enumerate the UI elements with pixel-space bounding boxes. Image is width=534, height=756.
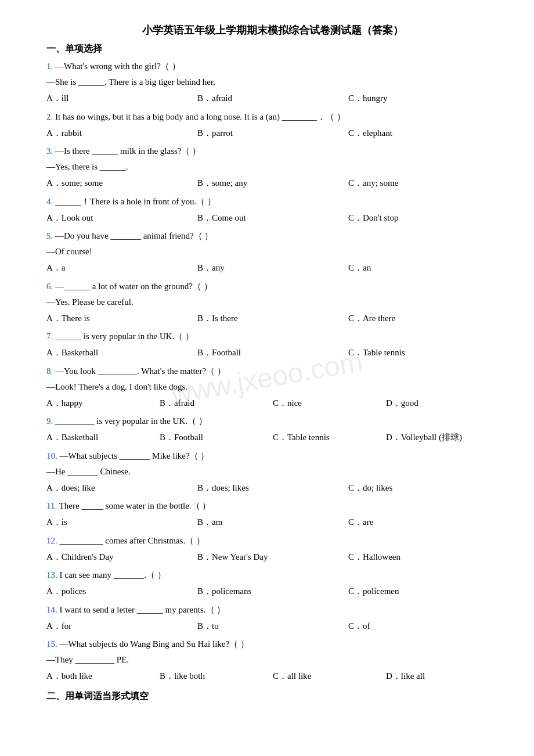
q5-line2: —Of course! <box>46 247 92 256</box>
q2-optA: A．rabbit <box>46 125 197 142</box>
q15-num: 15. <box>46 639 57 649</box>
q4-optC: C．Don't stop <box>348 210 499 226</box>
q11-line1: There _____ some water in the bottle.（ ） <box>59 501 211 510</box>
q8-optB: B．afraid <box>160 395 273 412</box>
question-3: 3. —Is there ______ milk in the glass?（ … <box>46 143 499 192</box>
question-12: 12. __________ comes after Christmas.（ ）… <box>46 533 499 566</box>
q7-line1: ______ is very popular in the UK.（ ） <box>55 332 194 341</box>
q14-num: 14. <box>46 605 57 614</box>
q9-line1: _________ is very popular in the UK.（ ） <box>55 416 207 426</box>
q14-optB: B．to <box>197 618 348 635</box>
section1-title: 一、单项选择 <box>46 43 499 55</box>
question-4: 4. ______！There is a hole in front of yo… <box>46 194 499 226</box>
q6-line1: —______ a lot of water on the ground?（ ） <box>55 282 212 291</box>
q7-num: 7. <box>46 332 53 341</box>
q12-optB: B．New Year's Day <box>197 549 348 566</box>
q3-line2: —Yes, there is ______. <box>46 162 128 171</box>
q10-optC: C．do; likes <box>348 480 499 496</box>
question-14: 14. I want to send a letter ______ my pa… <box>46 602 499 635</box>
q14-line1: I want to send a letter ______ my parent… <box>60 605 226 614</box>
q5-line1: —Do you have _______ animal friend?（ ） <box>55 231 213 240</box>
q6-optC: C．Are there <box>348 310 499 327</box>
q11-optA: A．is <box>46 514 197 531</box>
q3-optA: A．some; some <box>46 175 197 192</box>
question-6: 6. —______ a lot of water on the ground?… <box>46 279 499 327</box>
q6-optB: B．Is there <box>197 310 348 327</box>
q15-optC: C．all like <box>273 668 386 685</box>
q13-optB: B．policemans <box>197 583 348 600</box>
q2-optB: B．parrot <box>197 125 348 142</box>
q13-optC: C．policemen <box>348 583 499 600</box>
question-10: 10. —What subjects _______ Mike like?（ ）… <box>46 448 499 496</box>
q1-optC: C．hungry <box>348 90 499 107</box>
q10-optA: A．does; like <box>46 480 197 496</box>
q10-line1: —What subjects _______ Mike like?（ ） <box>60 451 210 460</box>
q11-optB: B．am <box>197 514 348 531</box>
question-11: 11. There _____ some water in the bottle… <box>46 498 499 531</box>
q13-num: 13. <box>46 570 57 579</box>
q8-line2: —Look! There's a dog. I don't like dogs. <box>46 382 187 391</box>
q3-optB: B．some; any <box>197 175 348 192</box>
q5-optB: B．any <box>197 260 348 276</box>
q5-num: 5. <box>46 231 53 240</box>
q4-optB: B．Come out <box>197 210 348 226</box>
q2-optC: C．elephant <box>348 125 499 142</box>
question-1: 1. —What's wrong with the girl?（ ） —She … <box>46 59 499 107</box>
question-13: 13. I can see many _______.（ ） A．polices… <box>46 567 499 600</box>
q8-num: 8. <box>46 366 53 376</box>
q15-line1: —What subjects do Wang Bing and Su Hai l… <box>60 639 249 649</box>
q9-optA: A．Basketball <box>46 429 160 446</box>
q10-num: 10. <box>46 451 57 460</box>
q8-optD: D．good <box>386 395 499 412</box>
q4-line1: ______！There is a hole in front of you.（… <box>55 197 216 206</box>
q6-line2: —Yes. Please be careful. <box>46 297 134 307</box>
q15-line2: —They _________ PE. <box>46 655 129 664</box>
q4-num: 4. <box>46 197 53 206</box>
q9-optB: B．Football <box>160 429 273 446</box>
q11-num: 11. <box>46 501 57 510</box>
q11-optC: C．are <box>348 514 499 531</box>
question-8: 8. —You look _________. What's the matte… <box>46 363 499 412</box>
q1-line2: —She is ______. There is a big tiger beh… <box>46 77 215 87</box>
question-15: 15. —What subjects do Wang Bing and Su H… <box>46 636 499 685</box>
q1-optB: B．afraid <box>197 90 348 107</box>
q12-optA: A．Children's Day <box>46 549 197 566</box>
q5-optC: C．an <box>348 260 499 276</box>
q5-optA: A．a <box>46 260 197 276</box>
q13-line1: I can see many _______.（ ） <box>60 570 166 579</box>
q3-optC: C．any; some <box>348 175 499 192</box>
q7-optB: B．Football <box>197 344 348 361</box>
q12-optC: C．Halloween <box>348 549 499 566</box>
question-2: 2. It has no wings, but it has a big bod… <box>46 109 499 142</box>
q14-optC: C．of <box>348 618 499 635</box>
q2-num: 2. <box>46 112 53 121</box>
q6-num: 6. <box>46 282 53 291</box>
q7-optA: A．Basketball <box>46 344 197 361</box>
q9-optC: C．Table tennis <box>273 429 386 446</box>
q10-line2: —He _______ Chinese. <box>46 467 131 476</box>
question-5: 5. —Do you have _______ animal friend?（ … <box>46 228 499 276</box>
q15-optB: B．like both <box>160 668 273 685</box>
q9-optD: D．Volleyball (排球) <box>386 429 499 446</box>
q12-line1: __________ comes after Christmas.（ ） <box>60 536 205 545</box>
page-title: 小学英语五年级上学期期末模拟综合试卷测试题（答案） <box>46 23 499 37</box>
q2-line1: It has no wings, but it has a big body a… <box>55 112 345 121</box>
q13-optA: A．polices <box>46 583 197 600</box>
q1-num: 1. <box>46 62 53 71</box>
q14-optA: A．for <box>46 618 197 635</box>
q4-optA: A．Look out <box>46 210 197 226</box>
q8-line1: —You look _________. What's the matter?（… <box>55 366 226 376</box>
section2-title: 二、用单词适当形式填空 <box>46 690 499 703</box>
q6-optA: A．There is <box>46 310 197 327</box>
q10-optB: B．does; likes <box>197 480 348 496</box>
q1-line1: —What's wrong with the girl?（ ） <box>55 62 181 71</box>
q8-optC: C．nice <box>273 395 386 412</box>
q12-num: 12. <box>46 536 57 545</box>
q15-optA: A．both like <box>46 668 160 685</box>
question-7: 7. ______ is very popular in the UK.（ ） … <box>46 329 499 361</box>
q8-optA: A．happy <box>46 395 160 412</box>
q7-optC: C．Table tennis <box>348 344 499 361</box>
q3-line1: —Is there ______ milk in the glass?（ ） <box>55 146 201 156</box>
q3-num: 3. <box>46 146 53 156</box>
q15-optD: D．like all <box>386 668 499 685</box>
